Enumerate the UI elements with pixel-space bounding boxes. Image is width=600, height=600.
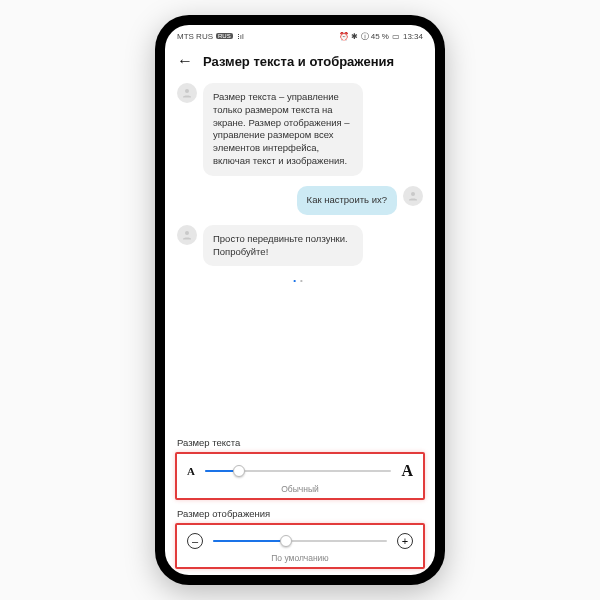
signal-icon: ⫶ıl <box>236 32 244 41</box>
carrier-badge: RUS <box>216 33 233 39</box>
chat-row-incoming: Размер текста – управление только размер… <box>177 83 423 176</box>
screen: MTS RUS RUS ⫶ıl ⏰ ✱ ⓘ 45 % ▭ 13:34 ← Раз… <box>165 25 435 575</box>
avatar-icon <box>177 83 197 103</box>
svg-point-1 <box>411 192 415 196</box>
text-size-slider-box: A A Обычный <box>175 452 425 500</box>
chat-row-incoming: Просто передвиньте ползунки. Попробуйте! <box>177 225 423 267</box>
display-size-caption: По умолчанию <box>187 553 413 563</box>
text-size-label: Размер текста <box>165 435 435 452</box>
avatar-icon <box>403 186 423 206</box>
slider-thumb[interactable] <box>280 535 292 547</box>
page-indicator: •• <box>177 276 423 285</box>
svg-point-0 <box>185 89 189 93</box>
phone-frame: MTS RUS RUS ⫶ıl ⏰ ✱ ⓘ 45 % ▭ 13:34 ← Раз… <box>155 15 445 585</box>
chat-bubble: Просто передвиньте ползунки. Попробуйте! <box>203 225 363 267</box>
chat-preview: Размер текста – управление только размер… <box>165 79 435 435</box>
clock: 13:34 <box>403 32 423 41</box>
status-icons: ⏰ ✱ ⓘ 45 % <box>339 31 389 42</box>
letter-small-icon: A <box>187 465 195 477</box>
minus-icon[interactable]: – <box>187 533 203 549</box>
display-size-slider-box: – + По умолчанию <box>175 523 425 569</box>
carrier-label: MTS RUS <box>177 32 213 41</box>
text-size-caption: Обычный <box>187 484 413 494</box>
slider-fill <box>213 540 286 542</box>
display-size-label: Размер отображения <box>165 506 435 523</box>
status-bar: MTS RUS RUS ⫶ıl ⏰ ✱ ⓘ 45 % ▭ 13:34 <box>165 25 435 47</box>
chat-row-outgoing: Как настроить их? <box>177 186 423 215</box>
text-size-slider[interactable] <box>205 470 391 472</box>
display-size-slider[interactable] <box>213 540 387 542</box>
plus-icon[interactable]: + <box>397 533 413 549</box>
chat-bubble: Как настроить их? <box>297 186 397 215</box>
back-arrow-icon[interactable]: ← <box>177 53 193 69</box>
page-title: Размер текста и отображения <box>203 54 394 69</box>
svg-point-2 <box>185 231 189 235</box>
battery-icon: ▭ <box>392 32 400 41</box>
slider-thumb[interactable] <box>233 465 245 477</box>
app-header: ← Размер текста и отображения <box>165 47 435 79</box>
chat-bubble: Размер текста – управление только размер… <box>203 83 363 176</box>
avatar-icon <box>177 225 197 245</box>
letter-big-icon: A <box>401 462 413 480</box>
